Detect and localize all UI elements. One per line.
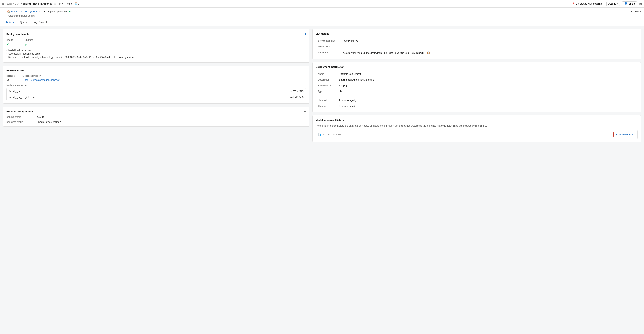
runtime-card-title: Runtime configuration ✏ <box>6 110 306 113</box>
info-val-1: Staging deployment for A/B testing <box>337 77 638 83</box>
deployment-health-card: Deployment health ℹ Health ✔ Upgrade ✔ ●… <box>3 29 309 63</box>
bullet-3-text: Release 1.1 with rid: ri.foundry-ml.main… <box>8 56 134 58</box>
live-table: Service identifier foundry-ml-live Targe… <box>316 38 638 56</box>
live-row-2: Target RID ri.foundry-ml-live.main.live-… <box>316 50 638 56</box>
actions-right-button[interactable]: Actions ▾ <box>631 10 641 13</box>
live-row-1: Target alias - <box>316 44 638 50</box>
breadcrumb-sep-title: › <box>18 2 19 5</box>
release-title-label: Release details <box>6 69 24 72</box>
live-val-2: ri.foundry-ml-live.main.live-deployment.… <box>341 50 638 56</box>
share-button[interactable]: 👤 Share <box>622 1 637 6</box>
deployment-info-card: Deployment information Name Example Depl… <box>312 62 641 112</box>
help-circle-icon: ❓ <box>572 2 575 5</box>
star-icon[interactable]: ☆ <box>54 2 56 6</box>
current-deploy-icon: ⬆ <box>41 10 43 13</box>
help-menu[interactable]: Help ▾ <box>66 2 72 5</box>
release-version: 1.1 <box>10 78 13 81</box>
actions-right-label: Actions <box>631 10 639 13</box>
app-title: Housing Prices In America <box>21 2 52 5</box>
get-started-button[interactable]: ❓ Get started with modeling <box>570 2 604 6</box>
live-label-1: Target alias <box>316 44 341 50</box>
runtime-config-card: Runtime configuration ✏ Replica profile … <box>3 107 309 127</box>
info-row-1: Description Staging deployment for A/B t… <box>316 77 638 83</box>
copy-icon[interactable]: 📋 <box>427 51 430 54</box>
created-info: Created 9 minutes ago by <box>3 14 641 19</box>
info-spacer <box>316 94 638 98</box>
create-dataset-button[interactable]: + Create dataset <box>614 132 635 137</box>
top-actions-label: Actions <box>608 2 616 5</box>
runtime-val-0: default <box>37 116 44 118</box>
info-row-0: Name Example Deployment <box>316 71 638 77</box>
info-val-created: 9 minutes ago by <box>337 103 638 109</box>
release-col: Release 🏷 1.1 <box>6 74 15 81</box>
sep2: › <box>39 10 40 13</box>
dep-ver-1: >=1.515.0rc3 <box>290 96 304 98</box>
inference-footer: 📊 No dataset added + Create dataset <box>316 130 638 139</box>
edit-icon[interactable]: ✏ <box>304 110 306 113</box>
dep-name-0: foundry_ml <box>9 90 20 93</box>
runtime-row-1: Resource profile low-cpu-lowest-memory <box>6 121 306 124</box>
info-label-1: Description <box>316 77 337 83</box>
model-submission-link[interactable]: LinearRegressionModelSnapshot <box>22 78 59 81</box>
runtime-label-0: Replica profile <box>6 116 30 118</box>
model-submission-label: Model submission <box>22 74 59 77</box>
health-check-icon: ✔ <box>6 43 9 46</box>
home-breadcrumb[interactable]: 🏠 Home <box>7 10 18 13</box>
health-card-title: Deployment health ℹ <box>6 32 306 36</box>
actions-chevron: ▾ <box>640 10 641 12</box>
live-row-0: Service identifier foundry-ml-live <box>316 38 638 44</box>
info-val-0: Example Deployment <box>337 71 638 77</box>
bullet-1-text: Model load successful. <box>8 49 32 52</box>
left-column: Deployment health ℹ Health ✔ Upgrade ✔ ●… <box>3 29 309 334</box>
dataset-icon: 📊 <box>318 133 322 136</box>
tab-logs[interactable]: Logs & metrics <box>30 19 52 26</box>
grid-icon[interactable]: ⊞ <box>639 2 642 6</box>
deps-table: foundry_ml AUTOMATIC foundry_ml_live_inf… <box>6 88 306 100</box>
app-menus: File ▾ Help ▾ 🪟 1 <box>58 2 79 5</box>
top-actions-button[interactable]: Actions ▾ <box>606 2 620 6</box>
health-info-icon[interactable]: ℹ <box>305 32 306 36</box>
top-bar-right: ❓ Get started with modeling Actions ▾ 👤 … <box>570 1 642 6</box>
no-dataset-label: No dataset added <box>322 133 341 136</box>
bullet-2: ● Successfully read shared secret <box>6 52 306 55</box>
breadcrumb: ← 🏠 Home › ⬆ Deployments › ⬆ Example Dep… <box>3 10 71 13</box>
window-menu[interactable]: 🪟 1 <box>74 2 79 5</box>
file-menu[interactable]: File ▾ <box>58 2 64 5</box>
info-row-3: Type Live <box>316 88 638 94</box>
runtime-val-1: low-cpu-lowest-memory <box>37 121 62 124</box>
deploy-info-title: Deployment information <box>316 66 638 68</box>
top-bar: 🗂 Foundry ML › Housing Prices In America… <box>0 0 644 8</box>
bullet-3: ● Release 1.1 with rid: ri.foundry-ml.ma… <box>6 56 306 58</box>
bullet-2-text: Successfully read shared secret <box>8 52 41 55</box>
info-label-3: Type <box>316 88 337 94</box>
tag-icon: 🏷 <box>6 78 9 81</box>
runtime-row-0: Replica profile default <box>6 116 306 118</box>
live-label-2: Target RID <box>316 50 341 56</box>
dot-3: ● <box>6 56 7 58</box>
live-val-1: - <box>341 44 638 50</box>
info-val-2: Staging <box>337 83 638 88</box>
health-title-label: Deployment health <box>6 33 29 36</box>
inference-title-label: Model Inference History <box>316 118 344 122</box>
current-breadcrumb: ⬆ Example Deployment <box>41 10 68 13</box>
upgrade-col: Upgrade ✔ <box>24 39 34 47</box>
app-parent-label: Foundry ML <box>6 2 18 5</box>
live-val-0: foundry-ml-live <box>341 38 638 44</box>
runtime-label-1: Resource profile <box>6 121 30 124</box>
info-row-updated: Updated 9 minutes ago by <box>316 98 638 103</box>
model-submission-col: Model submission LinearRegressionModelSn… <box>22 74 59 81</box>
top-actions-chevron: ▾ <box>617 3 618 5</box>
tab-query[interactable]: Query <box>17 19 30 26</box>
breadcrumb-row: ← 🏠 Home › ⬆ Deployments › ⬆ Example Dep… <box>3 8 641 14</box>
dep-row-1: foundry_ml_live_inference >=1.515.0rc3 <box>6 94 306 100</box>
back-button[interactable]: ← <box>3 10 6 13</box>
release-grid: Release 🏷 1.1 Model submission LinearReg… <box>6 74 306 81</box>
app-icon: 🗂 <box>2 2 4 5</box>
dep-name-1: foundry_ml_live_inference <box>9 96 36 98</box>
health-grid: Health ✔ Upgrade ✔ <box>6 39 306 47</box>
app-parent: 🗂 Foundry ML › <box>2 2 19 5</box>
tab-details[interactable]: Details <box>3 19 17 26</box>
share-person-icon: 👤 <box>624 2 628 6</box>
deployments-breadcrumb[interactable]: ⬆ Deployments <box>21 10 38 13</box>
health-bullets: ● Model load successful. ● Successfully … <box>6 49 306 58</box>
